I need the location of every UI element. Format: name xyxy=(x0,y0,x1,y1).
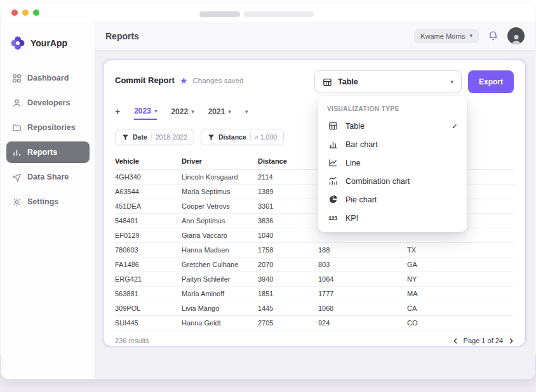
tab-label: 2021 xyxy=(208,107,225,116)
table-cell: 1445 xyxy=(258,301,318,316)
table-cell: EF0129 xyxy=(115,228,182,243)
paper-plane-icon xyxy=(11,172,22,182)
tab-2023[interactable]: 2023 ▾ xyxy=(134,103,157,120)
notifications-bell-icon[interactable] xyxy=(488,30,499,41)
app-window: YourApp Dashboard Developers xyxy=(1,4,535,379)
titlebar-pill xyxy=(199,11,240,17)
sidebar-item-label: Reports xyxy=(27,148,57,157)
chevron-down-icon: ▾ xyxy=(469,33,472,39)
table-cell: ERG421 xyxy=(115,272,182,287)
table-cell: 1040 xyxy=(258,228,318,243)
chevron-down-icon: ▾ xyxy=(245,109,248,115)
table-cell: NY xyxy=(407,272,514,287)
chevron-down-icon: ▾ xyxy=(228,109,231,115)
divider xyxy=(250,133,251,141)
tab-label: 2022 xyxy=(171,107,188,116)
table-cell: FA1486 xyxy=(115,258,182,272)
sidebar-item-settings[interactable]: Settings xyxy=(6,191,90,212)
table-cell: 1064 xyxy=(318,272,407,287)
window-zoom-button[interactable] xyxy=(33,10,39,16)
column-header: Driver xyxy=(182,154,258,170)
table-cell: CO xyxy=(407,316,514,330)
column-header: Vehicle xyxy=(115,154,182,170)
sidebar-item-data-share[interactable]: Data Share xyxy=(6,166,90,188)
combination-chart-icon xyxy=(327,176,338,186)
table-cell: 563881 xyxy=(115,287,182,301)
table-cell: Hanna Geidt xyxy=(182,316,258,330)
chevron-down-icon: ▾ xyxy=(450,79,453,85)
table-cell: TX xyxy=(407,243,514,258)
pie-chart-icon xyxy=(327,195,338,204)
pagination-label: Page 1 of 24 xyxy=(464,337,503,344)
add-tab-button[interactable]: + xyxy=(115,107,120,117)
export-button[interactable]: Export xyxy=(468,70,514,93)
viz-option-label: Pie chart xyxy=(345,195,377,204)
table-cell: 1851 xyxy=(258,287,318,301)
table-cell: Ann Septimus xyxy=(182,214,258,228)
filter-chip-date[interactable]: Date 2018-2022 xyxy=(115,129,194,145)
page-title: Reports xyxy=(105,31,139,41)
table-cell: MA xyxy=(407,287,514,301)
table-icon xyxy=(327,121,338,131)
pagination: Page 1 of 24 xyxy=(453,337,514,344)
app-logo: YourApp xyxy=(6,30,90,56)
viz-option-label: Bar chart xyxy=(345,140,378,149)
table-cell: 924 xyxy=(318,316,407,330)
table-cell: CA xyxy=(407,301,514,316)
table-cell: 548401 xyxy=(115,214,182,228)
tab-label: 2023 xyxy=(134,107,151,115)
next-page-button[interactable] xyxy=(508,338,514,344)
table-row: 780603Hanna Madsen1758188TX xyxy=(115,243,514,258)
sidebar-item-reports[interactable]: Reports xyxy=(6,141,90,163)
sidebar-item-label: Settings xyxy=(27,197,58,206)
visualization-select[interactable]: Table ▾ xyxy=(314,70,462,93)
table-cell: A63544 xyxy=(115,185,182,199)
table-cell: SUI445 xyxy=(115,316,182,330)
results-count: 236 results xyxy=(115,337,149,344)
table-cell: 2114 xyxy=(258,170,318,185)
viz-option-line[interactable]: Line xyxy=(318,154,467,172)
viz-option-combination-chart[interactable]: Combination chart xyxy=(318,172,467,190)
divider xyxy=(151,133,152,141)
sidebar: YourApp Dashboard Developers xyxy=(1,22,95,379)
sidebar-item-developers[interactable]: Developers xyxy=(6,92,90,114)
table-row: SUI445Hanna Geidt2705924CO xyxy=(115,316,514,330)
avatar[interactable] xyxy=(507,27,525,44)
viz-option-label: KPI xyxy=(345,214,358,223)
tab-2022[interactable]: 2022 ▾ xyxy=(171,103,194,120)
tab-2021[interactable]: 2021 ▾ xyxy=(208,103,231,120)
user-menu[interactable]: Kwame Morris ▾ xyxy=(414,29,479,43)
sidebar-item-repositories[interactable]: Repositories xyxy=(6,117,90,138)
table-row: 309POLLivia Mango14451068CA xyxy=(115,301,514,316)
tab-more[interactable]: ▾ xyxy=(245,103,248,120)
viz-option-kpi[interactable]: 123 KPI xyxy=(318,209,467,227)
filter-label: Date xyxy=(133,133,147,141)
line-chart-icon xyxy=(327,158,338,167)
table-cell: 803 xyxy=(318,258,407,272)
prev-page-button[interactable] xyxy=(453,338,459,344)
viz-option-pie-chart[interactable]: Pie chart xyxy=(318,190,467,209)
filter-chip-distance[interactable]: Distance > 1,000 xyxy=(201,129,284,145)
app-name: YourApp xyxy=(30,38,67,48)
table-cell: Hanna Madsen xyxy=(182,243,258,258)
table-row: ERG421Paityn Schleifer39401064NY xyxy=(115,272,514,287)
table-cell: Giana Vaccaro xyxy=(182,228,258,243)
window-close-button[interactable] xyxy=(11,10,18,16)
sidebar-item-dashboard[interactable]: Dashboard xyxy=(6,67,90,89)
table-cell: Livia Mango xyxy=(182,301,258,316)
window-minimize-button[interactable] xyxy=(22,10,29,16)
user-name: Kwame Morris xyxy=(420,32,465,40)
table-row: FA1486Gretchen Culhane2070803GA xyxy=(115,258,514,272)
table-cell: Lincoln Korsgaard xyxy=(182,170,258,185)
bar-chart-icon xyxy=(327,140,338,149)
table-cell: 3940 xyxy=(258,272,318,287)
table-cell: GA xyxy=(407,258,514,272)
table-cell: 780603 xyxy=(115,243,182,258)
main-area: Commit Report ★ Changes saved Table xyxy=(95,51,535,379)
table-cell: 2705 xyxy=(258,316,318,330)
table-cell: Maria Aminoff xyxy=(182,287,258,301)
visualization-select-value: Table xyxy=(338,77,358,86)
viz-option-bar-chart[interactable]: Bar chart xyxy=(318,135,467,154)
viz-option-table[interactable]: Table ✓ xyxy=(318,117,467,135)
table-cell: 1068 xyxy=(318,301,407,316)
